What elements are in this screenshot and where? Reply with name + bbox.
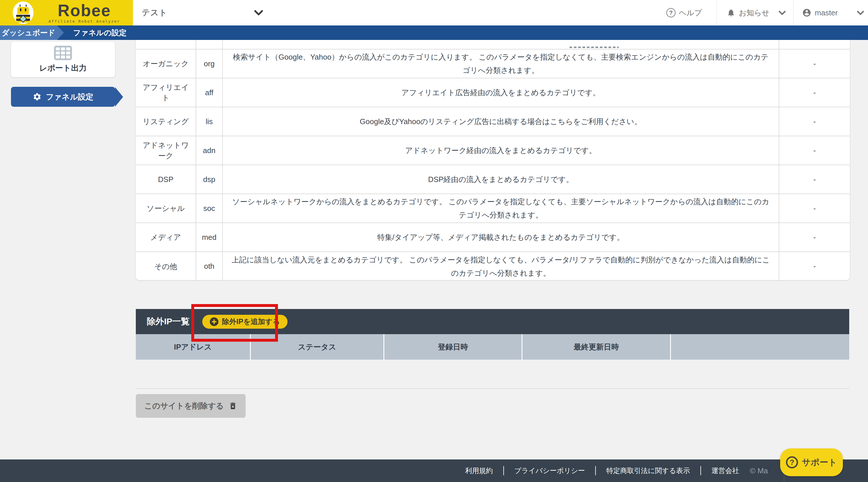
brand-logo[interactable]: Robee Affiliate Robot Analyzer: [0, 0, 133, 25]
category-table-card: オーガニック org 検索サイト（Google、Yahoo）からの流入がこのカテ…: [136, 40, 850, 280]
table-row: リスティング lis Google及びYahooのリスティング広告に出稿する場合…: [136, 107, 850, 136]
table-row: メディア med 特集/タイアップ等、メディア掲載されたものをまとめるカテゴリで…: [136, 223, 850, 252]
column-header: 最終更新日時: [522, 334, 670, 360]
category-description-cell: 検索サイト（Google、Yahoo）からの流入がこのカテゴリに入ります。 この…: [222, 49, 779, 78]
category-param-cell: adn: [196, 136, 222, 165]
section-divider: [136, 388, 849, 389]
category-name-cell: リスティング: [136, 107, 196, 136]
excluded-ip-title: 除外IP一覧: [147, 316, 190, 328]
bell-icon: [727, 8, 735, 17]
delete-site-button[interactable]: このサイトを削除する: [136, 394, 246, 418]
site-selector-dropdown[interactable]: テスト: [142, 0, 263, 25]
table-row: その他 oth 上記に該当しない流入元をまとめるカテゴリです。 このパラメータを…: [136, 252, 850, 280]
category-name-cell: DSP: [136, 165, 196, 194]
category-table: オーガニック org 検索サイト（Google、Yahoo）からの流入がこのカテ…: [136, 40, 850, 280]
chevron-down-icon: [254, 10, 263, 15]
category-value-cell: -: [779, 49, 850, 78]
table-row: アフィリエイト aff アフィリエイト広告経由の流入をまとめるカテゴリです。 -: [136, 78, 850, 107]
breadcrumb-item-funnel-settings: ファネルの設定: [73, 28, 127, 38]
gear-icon: [33, 92, 41, 101]
category-name-cell: ソーシャル: [136, 194, 196, 223]
notifications-menu-item[interactable]: お知らせ: [717, 0, 793, 25]
table-row: アドネットワーク adn アドネットワーク経由の流入をまとめるカテゴリです。 -: [136, 136, 850, 165]
user-icon: [802, 8, 811, 17]
category-param-cell: med: [196, 223, 222, 252]
brand-wordmark: Robee Affiliate Robot Analyzer: [49, 2, 120, 23]
footer-link[interactable]: 利用規約: [465, 466, 493, 475]
category-description-cell: アフィリエイト広告経由の流入をまとめるカテゴリです。: [222, 78, 779, 107]
clipped-table-row: [136, 40, 850, 49]
delete-site-label: このサイトを削除する: [144, 401, 224, 411]
help-menu-item[interactable]: ? ヘルプ: [652, 0, 717, 25]
category-description-cell: 上記に該当しない流入元をまとめるカテゴリです。 このパラメータを指定しなくても、…: [222, 252, 779, 280]
table-row: ソーシャル soc ソーシャルネットワークからの流入をまとめるカテゴリです。 こ…: [136, 194, 850, 223]
category-description-cell: DSP経由の流入をまとめるカテゴリです。: [222, 165, 779, 194]
account-menu-item[interactable]: master: [793, 0, 868, 25]
footer-link[interactable]: 運営会社: [701, 466, 739, 475]
category-value-cell: -: [779, 252, 850, 280]
help-label: ヘルプ: [679, 8, 702, 18]
account-name: master: [815, 8, 838, 17]
support-button[interactable]: ? サポート: [780, 449, 843, 476]
add-excluded-ip-button[interactable]: 除外IPを追加する: [202, 315, 287, 329]
category-param-cell: oth: [196, 252, 222, 280]
category-name-cell: メディア: [136, 223, 196, 252]
category-value-cell: -: [779, 223, 850, 252]
category-table-body: オーガニック org 検索サイト（Google、Yahoo）からの流入がこのカテ…: [136, 49, 850, 280]
add-excluded-ip-label: 除外IPを追加する: [222, 317, 280, 327]
question-circle-icon: ?: [786, 456, 798, 469]
sidebar-item-report-output[interactable]: レポート出力: [11, 42, 115, 77]
notifications-label: お知らせ: [739, 8, 770, 18]
footer-links: 利用規約プライバシーポリシー特定商取引法に関する表示運営会社: [465, 459, 739, 482]
column-header: [670, 334, 849, 360]
robee-mascot-icon: [13, 1, 33, 24]
breadcrumb: ダッシュボード ファネルの設定: [0, 25, 868, 40]
main-area: レポート出力 ファネル設定 オーガニック org 検索サイト（Google、Ya…: [0, 40, 868, 459]
top-header: Robee Affiliate Robot Analyzer テスト ? ヘルプ…: [0, 0, 868, 25]
chevron-down-icon: [857, 11, 864, 15]
column-header: IPアドレス: [136, 334, 250, 360]
table-row: DSP dsp DSP経由の流入をまとめるカテゴリです。 -: [136, 165, 850, 194]
category-value-cell: -: [779, 194, 850, 223]
category-param-cell: dsp: [196, 165, 222, 194]
category-description-cell: 特集/タイアップ等、メディア掲載されたものをまとめるカテゴリです。: [222, 223, 779, 252]
copyright-text: © Ma: [750, 459, 768, 482]
breadcrumb-item-dashboard[interactable]: ダッシュボード: [0, 25, 57, 40]
category-description-cell: ソーシャルネットワークからの流入をまとめるカテゴリです。 このパラメータを指定し…: [222, 194, 779, 223]
footer: 利用規約プライバシーポリシー特定商取引法に関する表示運営会社 © Ma: [0, 459, 868, 482]
top-right-menu: ? ヘルプ お知らせ master: [652, 0, 868, 25]
category-name-cell: アドネットワーク: [136, 136, 196, 165]
brand-tagline: Affiliate Robot Analyzer: [49, 19, 120, 23]
plus-circle-icon: [210, 317, 218, 326]
column-header: 登録日時: [383, 334, 522, 360]
category-value-cell: -: [779, 107, 850, 136]
category-description-cell: アドネットワーク経由の流入をまとめるカテゴリです。: [222, 136, 779, 165]
report-output-label: レポート出力: [39, 63, 87, 73]
footer-link[interactable]: プライバシーポリシー: [503, 466, 585, 475]
excluded-ip-header-bar: 除外IP一覧 除外IPを追加する: [136, 309, 849, 334]
column-header: ステータス: [250, 334, 383, 360]
question-circle-icon: ?: [666, 8, 676, 17]
category-value-cell: -: [779, 78, 850, 107]
category-name-cell: オーガニック: [136, 49, 196, 78]
excluded-ip-column-headers: IPアドレスステータス登録日時最終更新日時: [136, 334, 849, 360]
category-value-cell: -: [779, 136, 850, 165]
table-grid-icon: [54, 46, 72, 60]
trash-icon: [228, 402, 237, 410]
category-description-cell: Google及びYahooのリスティング広告に出稿する場合はこちらをご利用くださ…: [222, 107, 779, 136]
chevron-down-icon: [779, 11, 786, 15]
funnel-settings-label: ファネル設定: [46, 92, 94, 102]
category-name-cell: その他: [136, 252, 196, 280]
support-label: サポート: [802, 457, 837, 469]
category-param-cell: lis: [196, 107, 222, 136]
table-row: オーガニック org 検索サイト（Google、Yahoo）からの流入がこのカテ…: [136, 49, 850, 78]
category-value-cell: -: [779, 165, 850, 194]
category-param-cell: org: [196, 49, 222, 78]
category-name-cell: アフィリエイト: [136, 78, 196, 107]
category-param-cell: soc: [196, 194, 222, 223]
footer-link[interactable]: 特定商取引法に関する表示: [595, 466, 690, 475]
site-selector-value: テスト: [142, 7, 167, 19]
category-param-cell: aff: [196, 78, 222, 107]
sidebar-item-funnel-settings[interactable]: ファネル設定: [11, 87, 115, 107]
brand-name: Robee: [49, 2, 120, 19]
